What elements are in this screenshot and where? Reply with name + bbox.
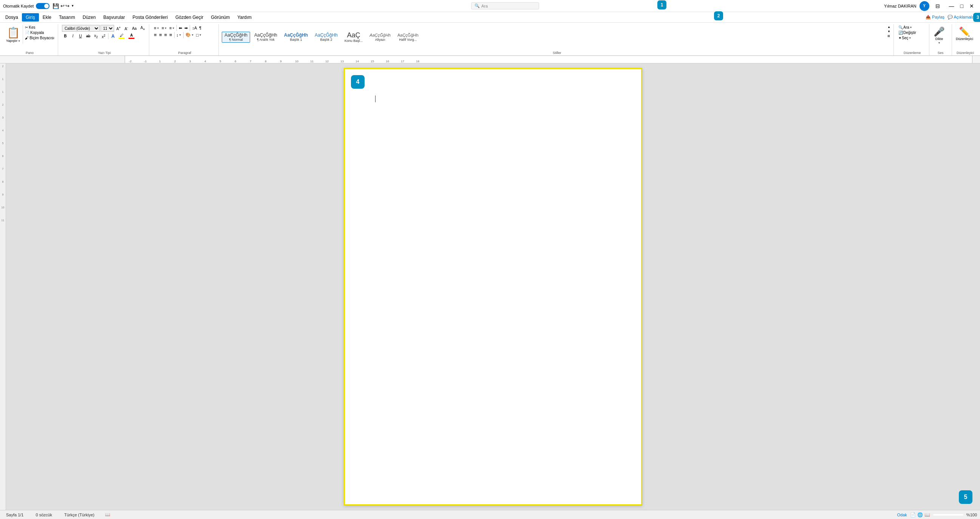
italic-button[interactable]: I	[70, 33, 76, 39]
menu-gozden[interactable]: Gözden Geçir	[172, 13, 207, 22]
undo-button[interactable]: ↩	[60, 3, 65, 9]
document-page[interactable]: 4	[344, 68, 642, 505]
menu-ekle[interactable]: Ekle	[39, 13, 55, 22]
clipboard-small-group: ✂ Kes 📄 Kopyala 🖌 Biçim Boyacısı	[24, 25, 56, 44]
clipboard-group: 📋 Yapıştır ▼ ✂ Kes 📄 Kopyala 🖌 Biçim Boy	[2, 24, 58, 56]
styles-label: Stiller	[553, 51, 562, 55]
increase-indent-button[interactable]: ➡	[184, 25, 189, 31]
quick-access-expand[interactable]: ▼	[71, 4, 74, 8]
style-no-spacing[interactable]: AaÇçĞğHh ¶ Aralık Yok	[251, 32, 280, 43]
font-case-button[interactable]: Aa	[130, 26, 138, 31]
align-left-button[interactable]: ≡	[153, 32, 158, 38]
style-heading2[interactable]: AaÇçĞğHh Başlık 2	[312, 32, 340, 43]
replace-button[interactable]: 🔄 Değiştir	[898, 30, 917, 35]
voice-label: Ses	[938, 51, 944, 55]
font-shrink-button[interactable]: A-	[123, 25, 130, 32]
bold-button[interactable]: B	[62, 33, 69, 39]
minimize-button[interactable]: —	[946, 0, 957, 12]
share-button[interactable]: 📤 Paylaş	[926, 15, 945, 20]
copy-button[interactable]: 📄 Kopyala	[24, 30, 56, 35]
editor-label: Düzenleyici	[956, 51, 974, 55]
bullets-button[interactable]: ≡▼	[153, 25, 160, 30]
dictate-button[interactable]: 🎤 Dikte ▼	[932, 25, 947, 45]
shading-button[interactable]: 🎨▼	[185, 32, 194, 38]
ribbon: 📋 Yapıştır ▼ ✂ Kes 📄 Kopyala 🖌 Biçim Boy	[0, 23, 980, 56]
document-area[interactable]: 4	[6, 63, 980, 510]
search-bar[interactable]: 🔍 Ara	[471, 2, 539, 10]
badge-4: 4	[351, 75, 364, 89]
font-clear-button[interactable]: A✕	[139, 25, 147, 32]
superscript-button[interactable]: x2	[100, 33, 107, 40]
style-subtitle[interactable]: AaÇçĞğHh Altyazı	[367, 32, 393, 42]
font-label: Yazı Tipi	[98, 51, 111, 55]
badge-3: 3	[973, 13, 980, 22]
paste-button[interactable]: 📋 Yapıştır ▼	[4, 25, 23, 44]
decrease-indent-button[interactable]: ⬅	[178, 25, 183, 31]
style-heading1[interactable]: AaÇçĞğHh Başlık 1	[282, 32, 310, 43]
text-effect-button[interactable]: A	[110, 33, 116, 40]
menu-duzen[interactable]: Düzen	[79, 13, 100, 22]
search-icon: 🔍	[474, 3, 480, 8]
show-marks-button[interactable]: ¶	[198, 25, 202, 30]
sort-button[interactable]: ↕A	[191, 25, 197, 30]
autosave-toggle[interactable]	[36, 3, 49, 9]
border-button[interactable]: □▼	[195, 32, 202, 38]
badge-2: 2	[714, 11, 723, 21]
subscript-button[interactable]: x2	[92, 33, 99, 40]
select-button[interactable]: ✦ Seç ▼	[898, 35, 917, 40]
ruler-inner: -2 -1 1 2 3 4 5 6 7 8 9 10 11 12 13 14 1…	[125, 56, 972, 63]
numbering-button[interactable]: ≡▼	[161, 25, 168, 30]
font-group: Calibri (Gövde) 11 A+ A- Aa A✕ B I U ab …	[60, 24, 149, 56]
ruler: -2 -1 1 2 3 4 5 6 7 8 9 10 11 12 13 14 1…	[0, 56, 980, 63]
highlight-color-button[interactable]: 🖊	[117, 32, 126, 40]
styles-expand-button[interactable]: ⊞	[887, 34, 891, 38]
restore-button[interactable]: ⊟	[932, 0, 943, 12]
title-bar: 1 Otomatik Kaydet 💾 ↩ ↪ ▼ Belge1 - Word …	[0, 0, 980, 12]
close-button[interactable]: ✕	[966, 0, 977, 12]
redo-button[interactable]: ↪	[65, 3, 70, 9]
menu-posta[interactable]: Posta Gönderi̇leri̇	[129, 13, 172, 22]
save-icon[interactable]: 💾	[52, 3, 59, 9]
editor-button[interactable]: ✏️ Düzenleyici	[954, 25, 975, 42]
window-buttons: — □ ✕	[946, 0, 977, 12]
style-title[interactable]: AaÇ Konu Başl...	[342, 30, 366, 44]
format-paint-button[interactable]: 🖌 Biçim Boyacısı	[24, 35, 56, 40]
user-avatar[interactable]: Y	[920, 1, 929, 11]
font-size-select[interactable]: 11	[100, 25, 114, 32]
styles-up-button[interactable]: ▲	[887, 25, 891, 29]
menu-tasarim[interactable]: Tasarım	[55, 13, 79, 22]
underline-button[interactable]: U	[77, 33, 84, 39]
badge-1: 1	[657, 0, 667, 10]
editing-group: 🔍 Ara ▼ 🔄 Değiştir ✦ Seç ▼ Düzenleme	[896, 24, 929, 56]
align-center-button[interactable]: ≡	[158, 32, 163, 38]
main-area: 2 1 1 2 3 4 5 6 7 8 9 10 11 4	[0, 63, 980, 510]
find-button[interactable]: 🔍 Ara ▼	[898, 25, 917, 30]
title-right: Yılmaz DAKIRAN Y ⊟ — □ ✕	[884, 0, 977, 12]
align-right-button[interactable]: ≡	[164, 32, 168, 38]
editing-label: Düzenleme	[904, 51, 921, 55]
maximize-button[interactable]: □	[957, 0, 966, 12]
styles-down-button[interactable]: ▼	[887, 29, 891, 33]
menu-yardim[interactable]: Yardım	[234, 13, 255, 22]
line-spacing-button[interactable]: ↕▼	[176, 32, 182, 38]
multilevel-button[interactable]: ≡▼	[169, 25, 175, 30]
left-ruler: 2 1 1 2 3 4 5 6 7 8 9 10 11	[0, 63, 6, 510]
menu-giris[interactable]: Giriş	[22, 13, 39, 22]
font-grow-button[interactable]: A+	[115, 25, 123, 32]
font-name-select[interactable]: Calibri (Gövde)	[62, 25, 100, 32]
strikethrough-button[interactable]: ab	[84, 33, 92, 39]
menu-basvurular[interactable]: Başvurular	[99, 13, 129, 22]
style-subtle-emphasis[interactable]: AaÇçĞğHh Hafif Vurg...	[395, 32, 421, 42]
menu-gorunum[interactable]: Görünüm	[207, 13, 234, 22]
style-normal[interactable]: AaÇçĞğHh ¶ Normal	[222, 32, 250, 43]
comments-button[interactable]: 💬 Açıklamalar	[948, 15, 975, 20]
text-cursor	[375, 95, 615, 103]
menu-dosya[interactable]: Dosya	[2, 13, 22, 22]
styles-group: AaÇçĞğHh ¶ Normal AaÇçĞğHh ¶ Aralık Yok …	[220, 24, 894, 56]
right-ribbon-groups: 3 🔍 Ara ▼ 🔄 Değiştir ✦ Seç ▼ Düzenleme 🎤	[896, 24, 978, 56]
autosave-section: Otomatik Kaydet	[3, 3, 49, 9]
badge-5: 5	[959, 490, 972, 504]
justify-button[interactable]: ≡	[169, 32, 173, 38]
cut-button[interactable]: ✂ Kes	[24, 25, 56, 30]
font-color-button[interactable]: A	[127, 32, 136, 40]
